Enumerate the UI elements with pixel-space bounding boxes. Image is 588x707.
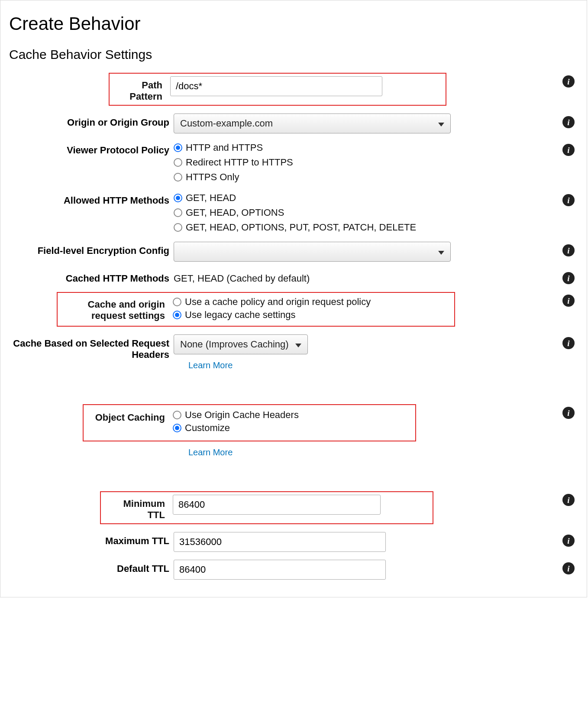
cache-origin-label: Cache and origin request settings (62, 295, 173, 321)
default-ttl-input[interactable] (174, 560, 386, 580)
field-encryption-select[interactable] (174, 242, 451, 262)
path-pattern-label: Path Pattern (114, 76, 170, 102)
default-ttl-label: Default TTL (9, 560, 169, 574)
path-pattern-highlight: Path Pattern (109, 73, 446, 106)
origin-group-value: Custom-example.com (180, 118, 273, 129)
radio-https-only[interactable] (174, 173, 182, 182)
radio-get-head-options[interactable] (174, 208, 182, 217)
min-ttl-highlight: Minimum TTL (100, 491, 433, 524)
radio-redirect-http-label: Redirect HTTP to HTTPS (186, 157, 293, 168)
radio-use-legacy[interactable] (173, 311, 181, 319)
cache-origin-highlight: Cache and origin request settings Use a … (57, 292, 455, 327)
radio-customize-label: Customize (185, 422, 230, 434)
page-title: Create Behavior (9, 13, 578, 34)
radio-http-and-https-label: HTTP and HTTPS (186, 142, 263, 153)
radio-get-head[interactable] (174, 194, 182, 202)
info-icon[interactable]: i (562, 407, 575, 419)
chevron-down-icon (438, 118, 444, 129)
radio-http-and-https[interactable] (174, 143, 182, 152)
cached-methods-label: Cached HTTP Methods (9, 269, 169, 284)
allowed-methods-label: Allowed HTTP Methods (9, 191, 169, 206)
object-caching-highlight: Object Caching Use Origin Cache Headers … (83, 404, 416, 441)
info-icon[interactable]: i (562, 337, 575, 349)
radio-all-methods-label: GET, HEAD, OPTIONS, PUT, POST, PATCH, DE… (186, 222, 416, 233)
info-icon[interactable]: i (562, 535, 575, 547)
cache-headers-learn-more-link[interactable]: Learn More (188, 360, 451, 370)
info-icon[interactable]: i (562, 244, 575, 256)
radio-https-only-label: HTTPS Only (186, 172, 239, 183)
radio-use-cache-policy-label: Use a cache policy and origin request po… (185, 296, 371, 308)
field-encryption-label: Field-level Encryption Config (9, 242, 169, 256)
max-ttl-input[interactable] (174, 532, 386, 552)
radio-use-legacy-label: Use legacy cache settings (185, 309, 296, 321)
viewer-protocol-label: Viewer Protocol Policy (9, 141, 169, 156)
radio-get-head-options-label: GET, HEAD, OPTIONS (186, 207, 284, 218)
radio-use-origin-headers[interactable] (173, 411, 181, 419)
origin-group-select[interactable]: Custom-example.com (174, 114, 451, 133)
object-caching-label: Object Caching (88, 409, 173, 423)
min-ttl-input[interactable] (173, 495, 381, 515)
info-icon[interactable]: i (562, 194, 575, 206)
info-icon[interactable]: i (562, 116, 575, 128)
radio-get-head-label: GET, HEAD (186, 192, 236, 204)
info-icon[interactable]: i (562, 272, 575, 284)
section-title: Cache Behavior Settings (9, 47, 578, 62)
object-caching-learn-more-link[interactable]: Learn More (188, 448, 451, 457)
radio-use-origin-headers-label: Use Origin Cache Headers (185, 409, 299, 421)
radio-all-methods[interactable] (174, 223, 182, 232)
info-icon[interactable]: i (562, 494, 575, 506)
create-behavior-panel: Create Behavior Cache Behavior Settings … (0, 0, 587, 597)
cache-headers-select[interactable]: None (Improves Caching) (174, 334, 308, 354)
max-ttl-label: Maximum TTL (9, 532, 169, 547)
min-ttl-label: Minimum TTL (105, 495, 173, 521)
cache-headers-value: None (Improves Caching) (180, 339, 289, 350)
radio-customize[interactable] (173, 424, 181, 432)
info-icon[interactable]: i (562, 75, 575, 88)
info-icon[interactable]: i (562, 144, 575, 156)
radio-redirect-http[interactable] (174, 158, 182, 167)
cache-headers-label: Cache Based on Selected Request Headers (9, 334, 169, 360)
radio-use-cache-policy[interactable] (173, 298, 181, 306)
info-icon[interactable]: i (562, 562, 575, 574)
path-pattern-input[interactable] (170, 76, 382, 96)
chevron-down-icon (438, 246, 444, 257)
cached-methods-value: GET, HEAD (Cached by default) (174, 269, 451, 284)
origin-group-label: Origin or Origin Group (9, 114, 169, 128)
info-icon[interactable]: i (562, 295, 575, 307)
chevron-down-icon (295, 339, 301, 350)
